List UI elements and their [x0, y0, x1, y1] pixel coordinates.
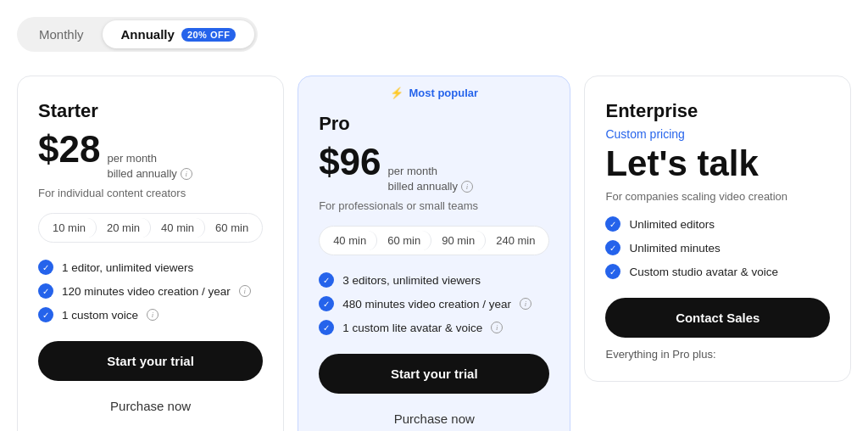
- enterprise-feature-1-text: Unlimited editors: [629, 218, 715, 231]
- starter-feature-2-text: 120 minutes video creation / year: [62, 285, 231, 298]
- enterprise-plan-name: Enterprise: [605, 100, 830, 122]
- pro-min-240[interactable]: 240 min: [486, 231, 545, 250]
- starter-trial-button[interactable]: Start your trial: [38, 341, 263, 381]
- enterprise-feature-3: ✓ Custom studio avatar & voice: [605, 264, 830, 279]
- pro-minutes-selector[interactable]: 40 min 60 min 90 min 240 min: [319, 226, 549, 255]
- pro-card: ⚡ Most popular Pro $96 per month billed …: [298, 76, 570, 431]
- enterprise-features: ✓ Unlimited editors ✓ Unlimited minutes …: [605, 216, 830, 279]
- starter-description: For individual content creators: [38, 187, 263, 199]
- starter-feature-2-info[interactable]: i: [239, 285, 251, 297]
- pro-features: ✓ 3 editors, unlimited viewers ✓ 480 min…: [319, 272, 549, 335]
- discount-badge: 20% OFF: [181, 28, 236, 42]
- annually-option[interactable]: Annually 20% OFF: [103, 20, 255, 48]
- starter-purchase-button[interactable]: Purchase now: [38, 388, 263, 424]
- starter-feature-3-info[interactable]: i: [147, 309, 159, 321]
- pro-feature-2-info[interactable]: i: [520, 298, 531, 310]
- pro-feature-2: ✓ 480 minutes video creation / year i: [319, 296, 549, 311]
- enterprise-feature-2: ✓ Unlimited minutes: [605, 240, 830, 255]
- starter-price-row: $28 per month billed annually i: [38, 131, 263, 182]
- enterprise-feature-2-text: Unlimited minutes: [629, 242, 720, 255]
- pro-min-40[interactable]: 40 min: [323, 231, 377, 250]
- pro-price-details: per month billed annually i: [388, 164, 473, 194]
- check-icon: ✓: [38, 260, 53, 275]
- check-icon: ✓: [605, 240, 620, 255]
- starter-min-20[interactable]: 20 min: [97, 218, 151, 238]
- lightning-icon: ⚡: [390, 87, 403, 99]
- pro-description: For professionals or small teams: [319, 199, 549, 212]
- enterprise-contact-button[interactable]: Contact Sales: [605, 298, 830, 338]
- starter-feature-1: ✓ 1 editor, unlimited viewers: [38, 260, 263, 275]
- check-icon: ✓: [605, 264, 620, 279]
- starter-feature-3: ✓ 1 custom voice i: [38, 307, 263, 322]
- plans-container: Starter $28 per month billed annually i …: [17, 76, 851, 431]
- pro-min-90[interactable]: 90 min: [431, 231, 486, 250]
- starter-minutes-selector[interactable]: 10 min 20 min 40 min 60 min: [38, 213, 263, 243]
- starter-price-details: per month billed annually i: [107, 151, 192, 182]
- pro-min-60[interactable]: 60 min: [377, 231, 431, 250]
- pro-feature-3: ✓ 1 custom lite avatar & voice i: [319, 320, 549, 335]
- pro-billed: billed annually i: [388, 179, 473, 194]
- pro-plan-name: Pro: [319, 113, 549, 135]
- pro-billed-text: billed annually: [388, 179, 458, 194]
- enterprise-card: Enterprise Custom pricing Let's talk For…: [584, 76, 851, 382]
- everything-plus-text: Everything in Pro plus:: [605, 348, 830, 361]
- check-icon: ✓: [319, 272, 334, 288]
- starter-per-month: per month: [107, 151, 192, 166]
- pro-feature-1-text: 3 editors, unlimited viewers: [342, 274, 481, 287]
- check-icon: ✓: [38, 307, 53, 322]
- enterprise-headline: Let's talk: [605, 144, 830, 183]
- starter-billed-text: billed annually: [107, 166, 176, 182]
- pro-feature-1: ✓ 3 editors, unlimited viewers: [319, 272, 549, 288]
- starter-feature-1-text: 1 editor, unlimited viewers: [62, 261, 193, 274]
- starter-billed: billed annually i: [107, 166, 192, 182]
- pro-per-month: per month: [388, 164, 473, 179]
- starter-min-40[interactable]: 40 min: [151, 218, 205, 238]
- starter-feature-3-text: 1 custom voice: [62, 309, 138, 322]
- enterprise-feature-1: ✓ Unlimited editors: [605, 216, 830, 232]
- enterprise-feature-3-text: Custom studio avatar & voice: [629, 266, 778, 278]
- pro-trial-button[interactable]: Start your trial: [319, 354, 549, 394]
- starter-info-icon[interactable]: i: [181, 168, 192, 180]
- starter-min-60[interactable]: 60 min: [205, 218, 259, 238]
- starter-plan-name: Starter: [38, 100, 263, 122]
- check-icon: ✓: [319, 320, 334, 335]
- annually-label: Annually: [121, 27, 175, 42]
- starter-features: ✓ 1 editor, unlimited viewers ✓ 120 minu…: [38, 260, 263, 322]
- starter-price: $28: [38, 131, 100, 168]
- pro-feature-3-info[interactable]: i: [491, 322, 503, 333]
- billing-toggle[interactable]: Monthly Annually 20% OFF: [17, 17, 258, 52]
- starter-min-10[interactable]: 10 min: [42, 218, 97, 238]
- check-icon: ✓: [605, 216, 620, 232]
- check-icon: ✓: [38, 283, 53, 299]
- check-icon: ✓: [319, 296, 334, 311]
- most-popular-banner: ⚡ Most popular: [319, 76, 549, 113]
- starter-card: Starter $28 per month billed annually i …: [17, 76, 284, 431]
- enterprise-description: For companies scaling video creation: [605, 190, 830, 203]
- pro-price: $96: [319, 143, 381, 181]
- most-popular-text: Most popular: [409, 87, 478, 99]
- pro-info-icon[interactable]: i: [461, 181, 473, 193]
- pro-purchase-button[interactable]: Purchase now: [319, 400, 549, 431]
- monthly-option[interactable]: Monthly: [20, 20, 103, 48]
- starter-feature-2: ✓ 120 minutes video creation / year i: [38, 283, 263, 299]
- custom-pricing-label: Custom pricing: [605, 127, 830, 141]
- pro-feature-2-text: 480 minutes video creation / year: [342, 298, 511, 311]
- pro-price-row: $96 per month billed annually i: [319, 143, 549, 194]
- pro-feature-3-text: 1 custom lite avatar & voice: [342, 322, 482, 334]
